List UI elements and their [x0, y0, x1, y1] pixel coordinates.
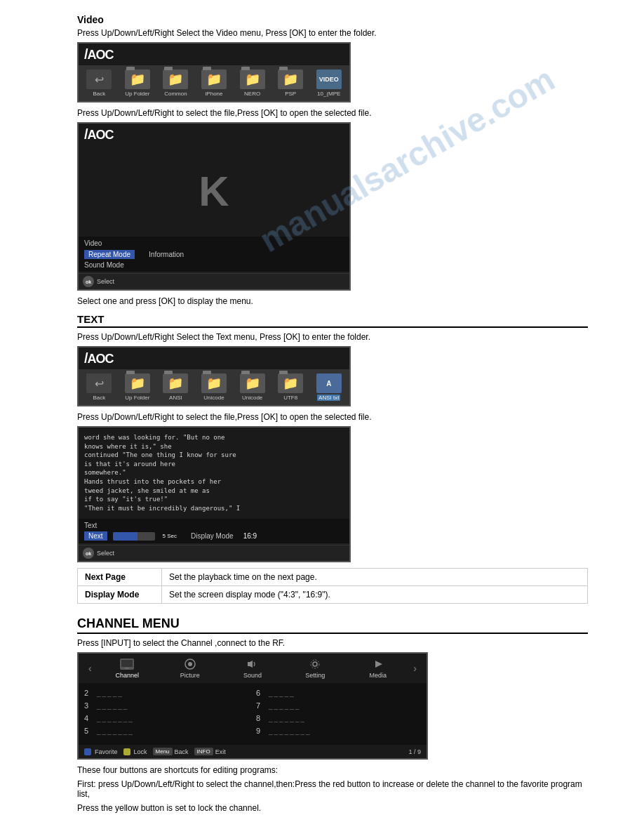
picture-tab-label: Picture [180, 672, 200, 679]
text-back-item[interactable]: ↩ Back [81, 373, 117, 401]
text-ansi-item[interactable]: 📁 ANSI [158, 373, 194, 401]
sound-mode-item[interactable]: Sound Mode [84, 261, 124, 269]
text-line-5: somewhere." [84, 468, 344, 477]
nav-tab-sound[interactable]: Sound [221, 658, 283, 679]
nav-tab-channel[interactable]: Channel [96, 658, 159, 679]
channel-col-right: 6 _____ 7 ______ 8 _______ 9 ________ [256, 689, 421, 739]
channel-col-left: 2 _____ 3 ______ 4 _______ 5 _______ [84, 689, 249, 739]
file-label-video: 10_(MPE [317, 91, 340, 97]
file-item-video[interactable]: VIDEO 10_(MPE [311, 70, 347, 97]
text-unicode1-item[interactable]: 📁 Unicode [196, 373, 232, 401]
iphone-icon: 📁 [201, 70, 227, 89]
information-item[interactable]: Information [149, 251, 184, 258]
file-item-upfolder[interactable]: 📁 Up Folder [120, 70, 156, 97]
video-desc1: Press Up/Down/Left/Right Select the Vide… [77, 28, 588, 38]
text-line-3: continued "The one thing I know for sure [84, 451, 344, 460]
page-indicator: 1 / 9 [408, 748, 421, 755]
file-item-iphone[interactable]: 📁 iPhone [196, 70, 232, 97]
ok-button-video[interactable]: ok [83, 276, 94, 287]
nav-tab-media[interactable]: Media [347, 658, 409, 679]
text-section: TEXT Press Up/Down/Left/Right Select the… [77, 313, 588, 604]
video-menu-row2: Sound Mode [84, 261, 344, 269]
text-line-6: Hands thrust into the pockets of her [84, 477, 344, 486]
video-select-desc: Select one and press [OK] to display the… [77, 296, 588, 306]
svg-marker-8 [375, 661, 382, 668]
ch-line-7: ______ [269, 702, 421, 710]
nav-tab-picture[interactable]: Picture [159, 658, 221, 679]
text-ansitxt-icon: A [316, 373, 342, 393]
repeat-mode-item[interactable]: Repeat Mode [84, 250, 135, 259]
channel-row-2: 2 _____ [84, 689, 249, 697]
text-upfolder-label: Up Folder [125, 395, 149, 401]
progress-value: 5 Sec [163, 533, 177, 539]
text-line-2: knows where it is," she [84, 442, 344, 451]
video-player-screen: /AOC K Video Repeat Mode Information Sou… [77, 122, 351, 291]
file-item-common[interactable]: 📁 Common [158, 70, 194, 97]
ok-label-video: Select [97, 278, 114, 285]
upfolder-icon: 📁 [125, 70, 150, 89]
display-mode-value: 16:9 [243, 532, 257, 540]
channel-nav: ‹ Channel Picture Sound [79, 654, 427, 683]
file-item-nero[interactable]: 📁 NERO [234, 70, 270, 97]
footer-info[interactable]: INFO Exit [194, 748, 226, 755]
ch-line-8: _______ [269, 715, 421, 722]
ok-bar-video: ok Select [79, 273, 349, 289]
sound-tab-label: Sound [243, 672, 262, 679]
media-nav-icon [370, 658, 386, 670]
video-section-label: Video [84, 239, 344, 247]
text-title: TEXT [77, 313, 588, 328]
text-unicode1-label: Unicode [203, 395, 224, 401]
text-file-row: ↩ Back 📁 Up Folder 📁 ANSI [79, 369, 349, 405]
file-label-iphone: iPhone [206, 91, 223, 97]
footer-menu[interactable]: Menu Back [153, 748, 189, 755]
display-mode-item[interactable]: Display Mode [191, 532, 234, 540]
channel-row-9: 9 ________ [256, 727, 421, 735]
file-item-psp[interactable]: 📁 PSP [273, 70, 309, 97]
nav-left-arrow[interactable]: ‹ [84, 663, 96, 674]
text-section-label: Text [84, 522, 344, 529]
text-unicode2-icon: 📁 [240, 373, 265, 393]
ch-num-6: 6 [256, 689, 269, 697]
text-upfolder-item[interactable]: 📁 Up Folder [120, 373, 156, 401]
ok-button-text[interactable]: ok [83, 548, 94, 559]
footer-lock: Lock [123, 748, 147, 755]
ch-num-9: 9 [256, 727, 269, 735]
table-row-displaymode: Display Mode Set the screen display mode… [78, 586, 588, 604]
ok-label-text: Select [97, 550, 114, 557]
text-back-icon: ↩ [86, 373, 112, 393]
svg-rect-2 [125, 668, 129, 669]
channel-nav-icon [119, 658, 135, 670]
text-utf8-item[interactable]: 📁 UTF8 [273, 373, 309, 401]
text-desc2: Press Up/Down/Left/Right to select the f… [77, 412, 588, 422]
aoc-header-3: /AOC [79, 348, 349, 369]
text-ansitxt-item[interactable]: A ANSI txt [311, 373, 347, 401]
back-folder-icon: ↩ [86, 70, 112, 89]
video-file-icon: VIDEO [316, 70, 342, 89]
text-ansi-label: ANSI [169, 395, 182, 401]
nav-right-arrow[interactable]: › [409, 663, 421, 674]
file-item-back[interactable]: ↩ Back [81, 70, 117, 97]
video-section: Video Press Up/Down/Left/Right Select th… [77, 14, 588, 306]
channel-row-7: 7 ______ [256, 701, 421, 710]
ch-line-6: _____ [269, 689, 421, 697]
next-item[interactable]: Next [84, 531, 107, 541]
media-tab-label: Media [369, 672, 387, 679]
lock-label: Lock [134, 748, 147, 755]
text-utf8-icon: 📁 [278, 373, 303, 393]
text-unicode2-item[interactable]: 📁 Unicode [234, 373, 270, 401]
psp-icon: 📁 [278, 70, 303, 89]
nav-tab-setting[interactable]: Setting [284, 658, 347, 679]
text-content-area: word she was looking for. "But no one kn… [79, 428, 349, 519]
text-back-label: Back [93, 395, 105, 401]
text-controls-area: Text Next 5 Sec Display Mode 16:9 [79, 519, 349, 543]
text-line-4: is that it's around here [84, 460, 344, 469]
channel-desc3: First: press Up/Down/Left/Right to selec… [77, 779, 588, 799]
video-desc2: Press Up/Down/Left/Right to select the f… [77, 108, 588, 118]
video-menu-items: Repeat Mode Information [84, 250, 344, 259]
channel-row-8: 8 _______ [256, 714, 421, 722]
favorite-dot [84, 748, 91, 755]
channel-screen: ‹ Channel Picture Sound [77, 652, 428, 760]
channel-row-4: 4 _______ [84, 714, 249, 722]
text-unicode2-label: Unicode [242, 395, 262, 401]
video-controls: Video Repeat Mode Information Sound Mode [79, 237, 349, 272]
